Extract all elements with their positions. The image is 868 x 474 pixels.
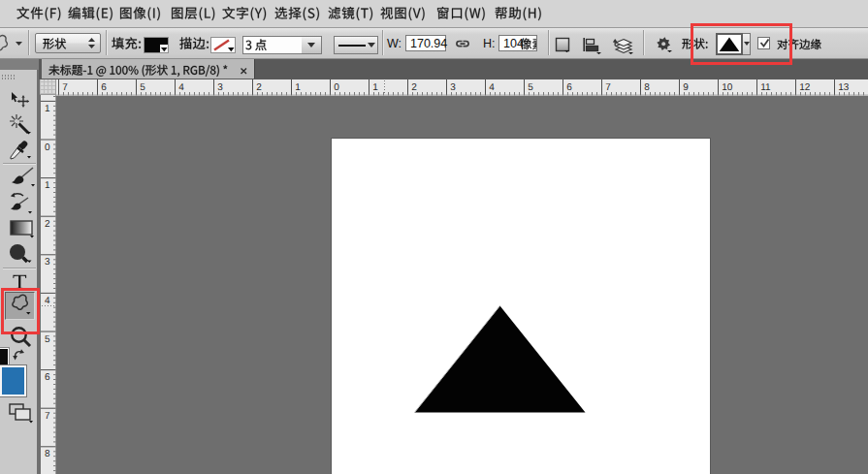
svg-text:2: 2 <box>256 82 262 93</box>
svg-text:10: 10 <box>722 82 733 93</box>
svg-text:6: 6 <box>101 82 107 93</box>
svg-text:7: 7 <box>45 411 50 422</box>
svg-text:4: 4 <box>178 82 184 93</box>
svg-text:1: 1 <box>295 82 301 93</box>
svg-text:1: 1 <box>45 180 50 191</box>
svg-text:0: 0 <box>45 142 50 153</box>
svg-text:8: 8 <box>45 449 50 459</box>
svg-text:3: 3 <box>450 82 456 93</box>
svg-text:13: 13 <box>838 82 850 93</box>
svg-text:4: 4 <box>489 82 495 93</box>
svg-text:5: 5 <box>140 82 145 93</box>
svg-text:0: 0 <box>334 82 339 93</box>
svg-text:11: 11 <box>760 82 771 93</box>
svg-text:1: 1 <box>45 104 50 114</box>
svg-text:3: 3 <box>217 82 223 93</box>
svg-text:8: 8 <box>644 82 650 93</box>
svg-text:7: 7 <box>605 82 611 93</box>
svg-text:5: 5 <box>528 82 533 93</box>
svg-text:3: 3 <box>45 257 50 268</box>
svg-text:2: 2 <box>45 219 50 230</box>
svg-text:9: 9 <box>683 82 689 93</box>
svg-text:5: 5 <box>45 334 50 345</box>
svg-text:12: 12 <box>799 82 811 93</box>
svg-text:1: 1 <box>372 82 378 93</box>
svg-text:7: 7 <box>62 82 68 93</box>
svg-text:6: 6 <box>566 82 572 93</box>
svg-text:6: 6 <box>45 372 50 383</box>
svg-text:2: 2 <box>411 82 417 93</box>
